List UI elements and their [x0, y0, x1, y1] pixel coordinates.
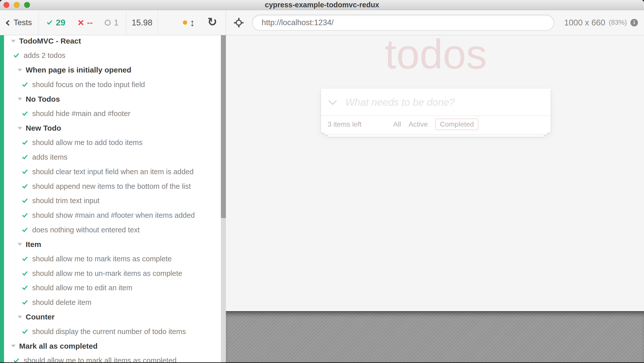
test-passed-check-icon	[22, 183, 28, 188]
reporter-test-row[interactable]: does nothing without entered text	[0, 223, 221, 237]
test-passed-check-icon	[22, 212, 28, 217]
test-stats: 29 -- 1	[39, 10, 126, 35]
test-passed-check-icon	[22, 299, 28, 305]
reporter-test-row[interactable]: should allow me to edit an item	[0, 281, 221, 295]
todoapp: todos 3 items left AllActiveCompleted	[321, 35, 551, 137]
collapse-caret-icon[interactable]	[18, 243, 22, 246]
titlebar: cypress-example-todomvc-redux	[0, 0, 644, 10]
row-label: should hide #main and #footer	[32, 110, 130, 118]
reporter-test-row[interactable]: should trim text input	[0, 194, 221, 208]
viewport-info: 1000 x 660 (83%) i	[563, 18, 638, 27]
up-down-arrow-icon: ↕	[190, 18, 195, 28]
selector-playground-crosshair-icon[interactable]	[234, 18, 244, 27]
filter-completed[interactable]: Completed	[435, 119, 478, 130]
aut-panel: todos 3 items left AllActiveCompleted	[226, 35, 644, 363]
reporter-test-row[interactable]: should allow me to add todo items	[0, 135, 221, 150]
close-button[interactable]	[4, 2, 9, 8]
todos-heading: todos	[321, 35, 551, 75]
reporter-test-row[interactable]: should append new items to the bottom of…	[0, 179, 221, 194]
reporter-suite-row[interactable]: When page is initially opened	[0, 63, 221, 77]
row-label: should allow me to un-mark items as comp…	[32, 269, 182, 278]
reporter-controls: ↕ ↻	[158, 10, 226, 35]
row-label: New Todo	[26, 124, 61, 132]
collapse-caret-icon[interactable]	[18, 98, 22, 100]
reporter-suite-row[interactable]: TodoMVC - React	[0, 35, 221, 48]
chevron-left-icon	[6, 20, 12, 26]
row-label: Mark all as completed	[19, 342, 98, 350]
test-passed-check-icon	[22, 110, 28, 116]
stat-passed: 29	[48, 18, 65, 27]
card-stack-edge	[324, 133, 547, 135]
stat-failed: --	[77, 18, 93, 27]
row-label: does nothing without entered text	[32, 226, 140, 234]
zoom-button[interactable]	[24, 2, 30, 8]
crosshair-tick	[234, 22, 236, 23]
info-icon[interactable]: i	[630, 19, 638, 26]
collapse-caret-icon[interactable]	[18, 316, 22, 318]
items-left-count: 3 items left	[328, 120, 361, 128]
back-to-tests-button[interactable]: Tests	[0, 10, 39, 35]
auto-scroll-toggle[interactable]: ↕	[183, 18, 195, 28]
reporter-test-row[interactable]: should clear text input field when an it…	[0, 164, 221, 179]
reporter-suite-row[interactable]: New Todo	[0, 121, 221, 135]
test-duration: 15.98	[126, 10, 158, 35]
row-label: adds 2 todos	[24, 51, 65, 60]
app-window: cypress-example-todomvc-redux Tests 29 -…	[0, 0, 644, 363]
test-list: TodoMVC - Reactadds 2 todosWhen page is …	[0, 35, 221, 363]
row-label: should allow me to mark items as complet…	[32, 255, 172, 263]
reporter-suite-row[interactable]: No Todos	[0, 92, 221, 106]
reporter-test-row[interactable]: should allow me to un-mark items as comp…	[0, 266, 221, 281]
reporter-test-row[interactable]: should show #main and #footer when items…	[0, 208, 221, 223]
row-label: should focus on the todo input field	[32, 81, 145, 89]
reporter-test-row[interactable]: adds items	[0, 150, 221, 165]
refresh-icon[interactable]: ↻	[207, 16, 217, 28]
stat-pending: 1	[105, 18, 118, 27]
collapse-caret-icon[interactable]	[11, 40, 16, 43]
row-label: should allow me to edit an item	[32, 284, 132, 292]
row-label: should display the current number of tod…	[32, 328, 186, 336]
test-passed-check-icon	[22, 270, 28, 275]
row-label: TodoMVC - React	[19, 37, 81, 45]
reporter-suite-row[interactable]: Counter	[0, 310, 221, 324]
row-label: should delete item	[32, 298, 91, 307]
reporter-suite-row[interactable]: Item	[0, 237, 221, 252]
minimize-button[interactable]	[14, 2, 20, 8]
filter-active[interactable]: Active	[409, 120, 428, 128]
row-label: No Todos	[26, 95, 60, 103]
reporter-test-row[interactable]: adds 2 todos	[0, 48, 221, 63]
new-todo-input[interactable]	[336, 96, 551, 108]
pending-count: 1	[114, 18, 118, 27]
reporter-suite-row[interactable]: Mark all as completed	[0, 339, 221, 353]
test-passed-check-icon	[22, 256, 28, 261]
reporter-test-row[interactable]: should focus on the todo input field	[0, 77, 221, 92]
card-stack-edge	[328, 135, 544, 137]
test-passed-check-icon	[22, 81, 28, 87]
crosshair-tick	[238, 25, 239, 27]
filter-all[interactable]: All	[393, 120, 401, 128]
test-passed-check-icon	[22, 226, 28, 232]
row-label: adds items	[32, 153, 67, 161]
test-passed-check-icon	[14, 52, 19, 58]
reporter-scrollbar-track[interactable]	[221, 35, 226, 363]
reporter-test-row[interactable]: should delete item	[0, 295, 221, 310]
test-passed-check-icon	[14, 357, 19, 363]
row-label: When page is initially opened	[26, 66, 131, 74]
reporter-scrollbar-thumb[interactable]	[221, 35, 226, 218]
check-icon	[47, 19, 52, 25]
reporter-test-row[interactable]: should hide #main and #footer	[0, 106, 221, 121]
filters: AllActiveCompleted	[393, 119, 478, 130]
row-label: Counter	[26, 313, 55, 321]
scaled-viewport-background	[226, 311, 644, 363]
reporter-test-row[interactable]: should allow me to mark items as complet…	[0, 252, 221, 266]
back-to-tests-label: Tests	[14, 18, 32, 27]
viewport-size: 1000 x 660	[564, 18, 605, 27]
row-label: should append new items to the bottom of…	[32, 182, 191, 191]
collapse-caret-icon[interactable]	[11, 345, 16, 347]
url-input[interactable]	[261, 18, 545, 27]
reporter-test-row[interactable]: should allow me to mark all items as com…	[0, 353, 221, 363]
collapse-caret-icon[interactable]	[18, 127, 22, 130]
reporter-test-row[interactable]: should display the current number of tod…	[0, 324, 221, 339]
reporter-panel: TodoMVC - Reactadds 2 todosWhen page is …	[0, 35, 221, 363]
test-passed-check-icon	[22, 328, 28, 334]
collapse-caret-icon[interactable]	[18, 69, 22, 71]
